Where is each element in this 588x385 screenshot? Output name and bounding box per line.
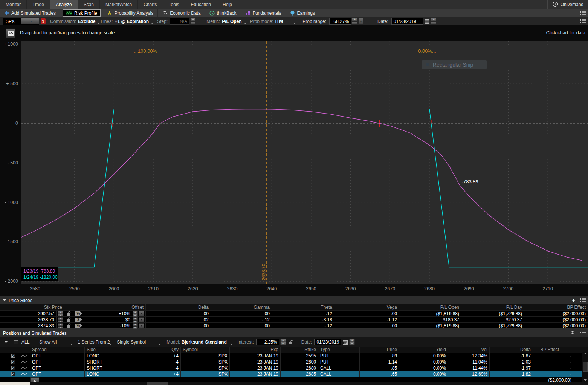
series-dropdown[interactable]: 1 Series From 2 [76,338,111,346]
probability-analysis-tab[interactable]: Probability Analysis [103,9,158,17]
menu-tab-monitor[interactable]: Monitor [0,0,27,9]
prob-range-spinner[interactable]: +− [352,18,357,25]
price-slices-titlebar[interactable]: Price Slices + [0,296,588,304]
menu-tab-education[interactable]: Education [185,0,217,9]
prob-range-input[interactable]: 68.27% [329,18,351,25]
row-checkbox[interactable]: ✓ [11,372,15,376]
interest-spinner[interactable]: +− [280,339,286,345]
chart-settings-button[interactable] [6,28,15,38]
economic-data-tab[interactable]: Economic Data [158,9,205,17]
offset-spinner[interactable]: +− [133,317,138,322]
menu-tab-marketwatch[interactable]: MarketWatch [100,0,138,9]
svg-text:2630: 2630 [227,286,238,291]
collapse-all-icon[interactable] [570,330,575,336]
calendar-icon[interactable] [425,19,429,24]
offset-unit-badge[interactable]: $ [75,318,82,322]
stk-price-value[interactable]: 2374.83 [0,323,57,328]
chevron-down-icon[interactable] [3,299,6,301]
scrollbar-thumb[interactable] [583,362,588,372]
offset-spinner[interactable]: +− [133,311,138,316]
calendar-icon[interactable] [343,340,348,345]
row-checkbox[interactable]: ✓ [11,366,15,370]
offset-spinner[interactable]: +− [133,323,138,328]
horizontal-scrollbar[interactable] [0,382,588,385]
model-dropdown[interactable]: Model: Bjerksund-Stensland [165,338,232,346]
menu-tab-help[interactable]: Help [217,0,238,9]
menu-tab-charts[interactable]: Charts [138,0,163,9]
offset-value[interactable]: $0 [82,317,130,322]
earnings-tab[interactable]: Earnings [286,9,319,17]
positions-date-input[interactable]: 01/23/2019 [314,339,341,345]
offset-value[interactable]: -10% [82,323,130,328]
offset-dropdown-arrow-icon[interactable]: ▼ [139,323,144,328]
metric-dropdown[interactable]: Metric: P/L Open [206,17,247,25]
single-symbol-dropdown[interactable]: Single Symbol [115,338,160,346]
risk-profile-chart[interactable]: 2580259026002610262026302640265026602670… [0,25,588,296]
position-row-selected[interactable]: ✓ OPT LONG +4 SPX 23 JAN 19 2685 CALL .6… [0,371,588,377]
wave-icon[interactable] [18,359,30,365]
alert-count-badge[interactable]: 1 [41,18,46,24]
stk-price-spinner[interactable]: +− [57,323,64,328]
positions-date-spinner[interactable]: +− [349,339,355,345]
menu-tab-tools[interactable]: Tools [163,0,185,9]
toolbar3-menu-icon[interactable] [580,18,586,24]
step-spinner[interactable]: +− [190,18,196,25]
unlock-icon[interactable] [64,323,73,328]
wave-icon[interactable] [18,365,30,371]
prob-range-dropdown-arrow-icon[interactable]: ▼ [358,18,364,25]
commission-dropdown[interactable]: Commission: Exclude [50,17,101,25]
positions-titlebar[interactable]: Positions and Simulated Trades [0,329,588,337]
price-slices-menu-icon[interactable] [580,298,586,303]
add-price-slice-button[interactable]: + [572,298,575,303]
analysis-date-input[interactable]: 01/23/2019 [391,18,423,25]
unlock-icon[interactable] [64,311,73,316]
prob-mode-dropdown[interactable]: Prob mode: ITM [250,17,297,25]
offset-unit-badge[interactable]: % [75,311,82,316]
wave-icon[interactable] [18,353,30,359]
row-checkbox[interactable]: ✓ [11,354,15,358]
stk-price-spinner[interactable]: +− [57,317,64,322]
symbol-dropdown-arrow-icon[interactable]: ▼ [21,18,39,24]
menu-tab-scan[interactable]: Scan [78,0,100,9]
horizontal-scrollbar-segment[interactable] [147,382,168,385]
position-row[interactable]: ✓ OPT SHORT -4 SPX 23 JAN 19 2600 PUT 1.… [0,359,588,365]
date-spinner[interactable]: +− [431,18,437,25]
risk-profile-tab[interactable]: Risk Profile [63,9,101,17]
symbol-combobox[interactable]: SPX ▼ [3,18,39,25]
wave-icon[interactable] [18,371,30,377]
stk-price-value[interactable]: 2902.57 [0,311,57,316]
step-input[interactable]: N/A [170,18,189,25]
horizontal-scrollbar-thumb[interactable] [0,382,30,385]
menu-tab-trade[interactable]: Trade [27,0,50,9]
pl-chart-canvas[interactable]: 2580259026002610262026302640265026602670… [0,25,588,296]
lines-dropdown[interactable]: Lines: +1 @ Expiration [101,17,154,25]
interest-unlock-icon[interactable] [289,340,293,345]
interest-input[interactable]: 2.25% [256,339,279,345]
thinkback-tab[interactable]: thinkBack [205,9,241,17]
position-row[interactable]: ✓ OPT SHORT -4 SPX 23 JAN 19 2680 CALL .… [0,365,588,371]
positions-vertical-scrollbar[interactable] [582,352,588,382]
offset-value[interactable]: +10% [82,311,130,316]
vol-value: 12.69% [448,371,490,377]
add-simulated-trades-button[interactable]: Add Simulated Trades [0,9,60,17]
select-all-checkbox[interactable] [14,340,18,344]
scroll-down-icon[interactable] [584,379,587,381]
offset-unit-badge[interactable]: % [75,324,82,328]
offset-dropdown-arrow-icon[interactable]: ▼ [139,311,144,316]
unlock-icon[interactable] [64,317,73,322]
show-all-dropdown[interactable]: Show All [38,338,72,346]
collapse-section-chevron-icon[interactable] [5,341,8,343]
stk-price-value[interactable]: 2638.70 [0,317,57,322]
ondemand-button[interactable]: OnDemand [547,0,588,9]
position-row[interactable]: ✓ OPT LONG +4 SPX 23 JAN 19 2595 PUT .89… [0,353,588,359]
positions-menu-icon[interactable] [580,330,586,336]
row-checkbox[interactable]: ✓ [11,360,15,364]
earnings-label: Earnings [297,11,315,16]
fundamentals-tab[interactable]: Fundamentals [241,9,286,17]
scroll-up-icon[interactable] [584,353,587,354]
offset-dropdown-arrow-icon[interactable]: ▼ [139,317,144,322]
stk-price-spinner[interactable]: +− [57,311,64,316]
toolbar-menu-icon[interactable] [580,11,586,16]
menu-tab-analyze[interactable]: Analyze [50,0,78,9]
yield-value: 0.00% [405,359,448,365]
